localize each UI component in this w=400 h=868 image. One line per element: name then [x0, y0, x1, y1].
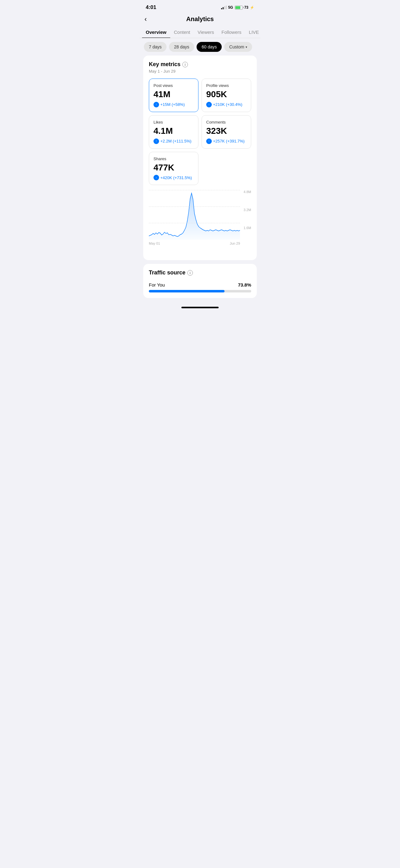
metric-likes-label: Likes	[154, 120, 194, 124]
battery-icon	[235, 6, 243, 10]
chart-x-labels: May 01 Jun 29	[149, 242, 240, 245]
tab-content[interactable]: Content	[170, 26, 194, 38]
arrow-up-icon: ↑	[154, 175, 159, 180]
traffic-source-section: Traffic source i For You 73.8%	[143, 264, 257, 298]
metrics-grid: Post views 41M ↑ +15M (+58%) Profile vie…	[149, 79, 251, 149]
metric-profile-views-value: 905K	[206, 90, 246, 99]
chart-x-label-end: Jun 29	[230, 242, 240, 245]
tab-bar: Overview Content Viewers Followers LIVE	[139, 26, 261, 38]
traffic-source-info-icon[interactable]: i	[187, 270, 193, 276]
chart-y-labels: 4.8M 3.2M 1.6M	[244, 190, 251, 245]
page-title: Analytics	[186, 16, 214, 23]
chart-y-label-mid1: 3.2M	[244, 208, 251, 212]
chevron-down-icon: ▾	[245, 45, 247, 49]
status-bar: 4:01 5G 73 ⚡	[139, 0, 261, 13]
metric-likes[interactable]: Likes 4.1M ↑ +2.2M (+111.5%)	[149, 115, 198, 149]
home-indicator	[139, 302, 261, 311]
metric-post-views-change: ↑ +15M (+58%)	[154, 102, 194, 107]
period-selector: 7 days 28 days 60 days Custom ▾	[139, 38, 261, 56]
key-metrics-header: Key metrics i	[149, 61, 251, 68]
period-7days[interactable]: 7 days	[144, 42, 167, 52]
metric-shares-value: 477K	[154, 163, 194, 173]
traffic-value-for-you: 73.8%	[238, 282, 251, 287]
metric-post-views-label: Post views	[154, 83, 194, 88]
home-bar	[181, 307, 219, 308]
battery-level: 73	[244, 5, 248, 10]
arrow-up-icon: ↑	[154, 138, 159, 144]
traffic-progress-bar	[149, 290, 251, 292]
chart-container: 4.8M 3.2M 1.6M May 01 Jun 29	[149, 190, 251, 254]
metric-profile-views[interactable]: Profile views 905K ↑ +210K (+30.4%)	[202, 79, 251, 112]
status-icons: 5G 73 ⚡	[221, 5, 254, 10]
metric-profile-views-change: ↑ +210K (+30.4%)	[206, 102, 246, 107]
tab-live[interactable]: LIVE	[245, 26, 261, 38]
metric-comments-change: ↑ +257K (+391.7%)	[206, 138, 246, 144]
chart-y-label-mid2: 1.6M	[244, 226, 251, 230]
metric-comments[interactable]: Comments 323K ↑ +257K (+391.7%)	[202, 115, 251, 149]
metric-profile-views-label: Profile views	[206, 83, 246, 88]
metric-shares-label: Shares	[154, 156, 194, 161]
period-custom[interactable]: Custom ▾	[224, 42, 252, 52]
traffic-source-header: Traffic source i	[149, 270, 251, 276]
arrow-up-icon: ↑	[206, 102, 212, 107]
signal-icon	[221, 6, 227, 9]
metric-likes-value: 4.1M	[154, 126, 194, 136]
back-button[interactable]: ‹	[144, 16, 147, 23]
key-metrics-date-range: May 1 - Jun 29	[149, 69, 251, 73]
chart-area	[149, 190, 240, 240]
traffic-row-for-you: For You 73.8%	[149, 282, 251, 287]
network-label: 5G	[228, 5, 233, 10]
metric-post-views[interactable]: Post views 41M ↑ +15M (+58%)	[149, 79, 198, 112]
arrow-up-icon: ↑	[206, 138, 212, 144]
key-metrics-title: Key metrics	[149, 61, 180, 68]
traffic-progress-fill	[149, 290, 225, 292]
traffic-source-title: Traffic source	[149, 270, 186, 276]
arrow-up-icon: ↑	[154, 102, 159, 107]
chart-x-label-start: May 01	[149, 242, 160, 245]
tab-overview[interactable]: Overview	[142, 26, 170, 38]
charging-icon: ⚡	[250, 6, 254, 10]
metric-post-views-value: 41M	[154, 90, 194, 99]
status-time: 4:01	[146, 4, 156, 10]
metric-shares-change: ↑ +420K (+731.5%)	[154, 175, 194, 180]
tab-viewers[interactable]: Viewers	[194, 26, 218, 38]
chart-y-label-top: 4.8M	[244, 190, 251, 194]
metric-likes-change: ↑ +2.2M (+111.5%)	[154, 138, 194, 144]
metric-shares[interactable]: Shares 477K ↑ +420K (+731.5%)	[149, 152, 198, 185]
period-60days[interactable]: 60 days	[197, 42, 222, 52]
metric-comments-label: Comments	[206, 120, 246, 124]
key-metrics-info-icon[interactable]: i	[182, 62, 188, 67]
key-metrics-section: Key metrics i May 1 - Jun 29 Post views …	[143, 56, 257, 260]
tab-followers[interactable]: Followers	[218, 26, 245, 38]
header: ‹ Analytics	[139, 13, 261, 26]
metric-comments-value: 323K	[206, 126, 246, 136]
traffic-label-for-you: For You	[149, 282, 165, 287]
period-28days[interactable]: 28 days	[169, 42, 194, 52]
